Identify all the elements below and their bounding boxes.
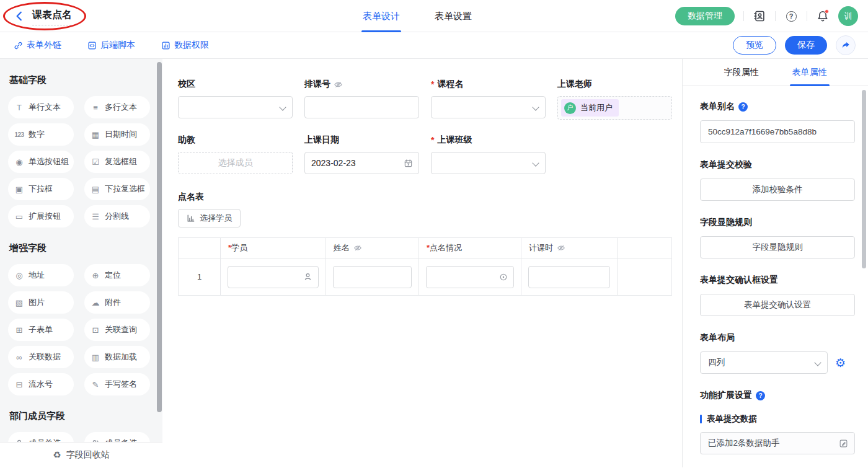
choose-students-button[interactable]: 选择学员 — [178, 209, 241, 227]
field-campus[interactable]: 校区 — [178, 79, 304, 120]
data-manage-button[interactable]: 数据管理 — [675, 7, 735, 25]
subform-icon: ⊞ — [14, 325, 24, 335]
schedule-no-input[interactable] — [304, 96, 419, 118]
field-item-address[interactable]: ◎地址 — [8, 264, 74, 286]
user-circle-icon: 户 — [564, 102, 576, 114]
field-item-single-line-text[interactable]: T单行文本 — [8, 96, 74, 118]
user-avatar[interactable]: 训 — [838, 6, 858, 26]
row-index: 1 — [179, 258, 221, 296]
field-item-location[interactable]: ⊕定位 — [84, 264, 150, 286]
rollcall-cell-input[interactable] — [426, 266, 514, 288]
edit-icon[interactable] — [839, 439, 848, 448]
form-layout-label: 表单布局 — [700, 332, 852, 343]
layout-gear-icon[interactable]: ⚙ — [835, 357, 846, 369]
field-item-data-load[interactable]: ▥数据加载 — [84, 346, 150, 368]
backend-script-menu[interactable]: 后端脚本 — [87, 40, 135, 51]
form-layout-select[interactable]: 四列 — [700, 351, 828, 374]
field-item-datetime[interactable]: ▦日期时间 — [84, 123, 150, 146]
name-cell-input[interactable] — [333, 266, 412, 288]
add-validation-button[interactable]: 添加校验条件 — [700, 179, 855, 201]
field-visibility-button[interactable]: 字段显隐规则 — [700, 236, 855, 258]
serial-number-icon: ⊟ — [14, 380, 24, 389]
rollcall-subform[interactable]: 点名表 选择学员 *学员 姓名 *点名情况 计课时 — [178, 192, 682, 296]
field-schedule-no[interactable]: 排课号 — [304, 79, 431, 120]
form-title[interactable]: 课表点名 — [32, 9, 72, 24]
field-class[interactable]: *上课班级 — [431, 135, 549, 174]
bar-chart-icon — [187, 214, 195, 223]
field-item-number[interactable]: 123数字 — [8, 123, 74, 146]
field-item-multi-line-text[interactable]: ≡多行文本 — [84, 96, 150, 118]
share-button[interactable] — [836, 35, 856, 55]
current-user-tag[interactable]: 户 当前用户 — [561, 99, 619, 117]
field-item-linked-data[interactable]: ∞关联数据 — [8, 346, 74, 368]
save-button[interactable]: 保存 — [785, 36, 827, 55]
submit-data-subtitle: 表单提交数据 — [700, 413, 852, 425]
teacher-member-box[interactable]: 户 当前用户 — [557, 96, 672, 120]
subform-col-student: *学员 — [221, 238, 326, 258]
form-alias-label: 表单别名 — [700, 101, 735, 112]
field-item-subform[interactable]: ⊞子表单 — [8, 319, 74, 341]
tab-field-properties[interactable]: 字段属性 — [724, 59, 759, 86]
linked-data-icon: ∞ — [14, 353, 24, 362]
person-icon — [303, 272, 312, 281]
link-icon — [14, 41, 23, 50]
field-item-extend-button[interactable]: ▭扩展按钮 — [8, 205, 74, 227]
subform-col-filler — [618, 238, 672, 258]
field-item-image[interactable]: ▧图片 — [8, 291, 74, 314]
chevron-down-icon — [533, 104, 539, 110]
hours-cell-input[interactable] — [528, 266, 610, 288]
permission-icon — [161, 41, 170, 50]
field-item-dropdown[interactable]: ▣下拉框 — [8, 178, 74, 200]
contacts-book-icon[interactable] — [753, 9, 766, 23]
field-assistant[interactable]: 助教 选择成员 — [178, 135, 304, 174]
back-button[interactable] — [12, 9, 26, 23]
data-assistant-box[interactable]: 已添加2条数据助手 — [700, 432, 855, 454]
divider — [743, 11, 744, 21]
submit-confirm-button[interactable]: 表单提交确认设置 — [700, 294, 855, 316]
share-arrow-icon — [841, 40, 851, 50]
location-icon: ⊕ — [91, 271, 100, 280]
class-date-input[interactable]: 2023-02-23 — [304, 152, 419, 174]
divider — [775, 11, 776, 21]
field-course[interactable]: *课程名 — [431, 79, 557, 120]
field-recycle-bin[interactable]: ♻ 字段回收站 — [0, 443, 162, 467]
section-title-enhanced-fields: 增强字段 — [9, 242, 162, 254]
field-class-date[interactable]: 上课日期 2023-02-23 — [304, 135, 431, 174]
field-item-serial-number[interactable]: ⊟流水号 — [8, 373, 74, 395]
sidebar-scrollbar[interactable] — [157, 62, 162, 412]
help-badge-icon[interactable]: ? — [756, 391, 765, 400]
help-icon[interactable]: ? — [784, 9, 798, 23]
single-line-text-icon: T — [14, 103, 24, 112]
linked-query-icon: ⊡ — [91, 325, 100, 335]
field-item-checkbox-group[interactable]: ☑复选框组 — [84, 151, 150, 173]
field-teacher[interactable]: 上课老师 户 当前用户 — [557, 79, 675, 120]
campus-select[interactable] — [178, 96, 293, 118]
number-icon: 123 — [14, 131, 24, 138]
eye-off-icon — [557, 244, 565, 252]
notification-bell-icon[interactable] — [816, 9, 830, 23]
student-cell-input[interactable] — [228, 266, 319, 288]
field-item-radio-group[interactable]: ◉单选按钮组 — [8, 151, 74, 173]
preview-button[interactable]: 预览 — [733, 36, 776, 55]
field-item-linked-query[interactable]: ⊡关联查询 — [84, 319, 150, 341]
assistant-member-picker[interactable]: 选择成员 — [178, 152, 293, 174]
course-select[interactable] — [431, 96, 546, 118]
field-item-attachment[interactable]: ☁附件 — [84, 291, 150, 314]
class-select[interactable] — [431, 152, 546, 174]
tab-form-design[interactable]: 表单设计 — [363, 0, 400, 32]
field-item-signature[interactable]: ✎手写签名 — [84, 373, 150, 395]
field-library-sidebar: 基础字段 T单行文本 ≡多行文本 123数字 ▦日期时间 ◉单选按钮组 ☑复选框… — [0, 59, 162, 467]
form-alias-input[interactable] — [700, 120, 855, 143]
datetime-icon: ▦ — [91, 130, 100, 139]
field-item-multi-dropdown[interactable]: ▤下拉复选框 — [84, 178, 150, 200]
tab-form-settings[interactable]: 表单设置 — [435, 0, 472, 32]
help-badge-icon[interactable]: ? — [738, 102, 748, 112]
panel-scrollbar[interactable] — [862, 90, 866, 268]
checkbox-group-icon: ☑ — [91, 157, 100, 167]
tab-form-properties[interactable]: 表单属性 — [792, 59, 827, 86]
subform-label: 点名表 — [178, 192, 682, 203]
form-designer-app: 课表点名 表单设计 表单设置 数据管理 ? 训 — [0, 0, 868, 468]
external-link-menu[interactable]: 表单外链 — [14, 40, 61, 51]
field-item-divider[interactable]: ☰分割线 — [84, 205, 150, 227]
data-permission-menu[interactable]: 数据权限 — [161, 40, 209, 51]
